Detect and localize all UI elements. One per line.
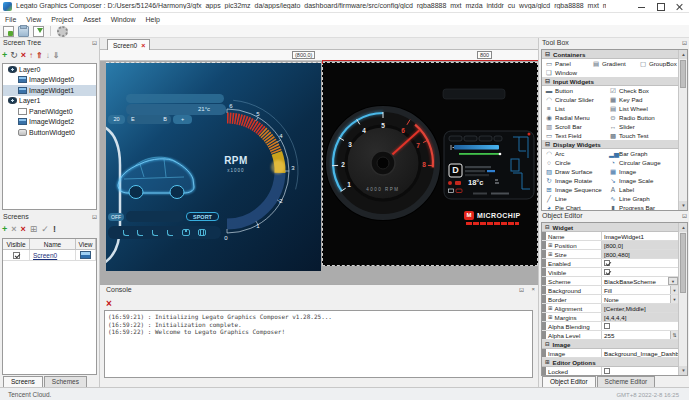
expand-icon[interactable]: ⊞: [548, 314, 553, 320]
scroll-down-icon[interactable]: ▼: [679, 201, 688, 210]
delete-screen-icon[interactable]: ×: [21, 224, 26, 234]
checkbox[interactable]: [604, 368, 610, 374]
dropdown-icon[interactable]: ▼: [670, 286, 678, 294]
add-screen-icon[interactable]: +: [2, 224, 7, 234]
property-section-editor-options[interactable]: ⊞Editor Options: [542, 358, 678, 367]
move-to-top-icon[interactable]: ⇑: [36, 51, 43, 60]
property-value-alpha-level[interactable]: 255⇅: [602, 331, 678, 339]
collapse-icon[interactable]: ⊞: [545, 359, 550, 365]
checkbox[interactable]: [604, 260, 610, 266]
toolbox-item-groupbox[interactable]: ▢GroupBox: [636, 59, 678, 68]
visible-cell[interactable]: [3, 250, 30, 261]
move-to-bottom-icon[interactable]: ⇓: [53, 51, 60, 60]
screen0-document-tab[interactable]: Screen0 ×: [107, 39, 150, 50]
property-value-position[interactable]: [800,0]: [602, 241, 678, 249]
toolbox-item-line-graph[interactable]: ∿Line Graph: [606, 194, 678, 203]
toolbox-item-pie-chart[interactable]: ◕Pie Chart: [542, 203, 606, 211]
toolbox-item-slider[interactable]: ↔Slider: [606, 122, 678, 131]
property-section-widget[interactable]: ⊟Widget: [542, 223, 678, 232]
toolbox-item-progress-bar[interactable]: ▮Progress Bar: [606, 203, 678, 211]
property-section-image[interactable]: ⊟Image: [542, 340, 678, 349]
warning-icon[interactable]: !: [53, 224, 56, 234]
delete-widget-icon[interactable]: ×: [21, 51, 26, 60]
screen-view-icon[interactable]: [80, 251, 91, 259]
toolbox-item-gradient[interactable]: ▤Gradient: [589, 59, 636, 68]
scrollbar-thumb[interactable]: [680, 60, 686, 88]
toolbox-item-radial-menu[interactable]: ◉Radial Menu: [542, 113, 606, 122]
tree-item-panelwidget0[interactable]: PanelWidget0: [3, 106, 96, 117]
property-value-margins[interactable]: [4,4,4,4]: [602, 313, 678, 321]
view-cell[interactable]: [76, 250, 96, 261]
tree-item-layer1[interactable]: Layer1: [3, 96, 96, 107]
expand-icon[interactable]: ⊞: [548, 242, 553, 248]
property-value-background[interactable]: Fill▼: [602, 286, 678, 294]
toolbox-item-list-wheel[interactable]: ▤List Wheel: [606, 104, 678, 113]
table-row[interactable]: Screen0: [3, 250, 96, 261]
object-editor-tab-scheme-editor[interactable]: Scheme Editor: [597, 376, 656, 387]
checkbox[interactable]: [604, 323, 610, 329]
object-editor-scrollbar[interactable]: ▲ ▼: [678, 223, 687, 375]
dropdown-icon[interactable]: ▼: [670, 295, 678, 303]
toolbox-section-containers[interactable]: ⊟Containers: [542, 50, 678, 59]
collapse-icon[interactable]: ⊟: [545, 141, 550, 147]
tree-item-imagewidget1[interactable]: ImageWidget1: [3, 85, 96, 96]
dock-pin-icon[interactable]: ⊡: [519, 286, 524, 293]
new-project-icon[interactable]: [3, 26, 14, 37]
property-value-alpha-blending[interactable]: [602, 322, 678, 330]
toolbox-item-check-box[interactable]: ☑Check Box: [606, 86, 678, 95]
menu-file[interactable]: File: [5, 16, 16, 23]
toolbox-item-touch-test[interactable]: ▩Touch Test: [606, 131, 678, 140]
toolbox-item-image-scale[interactable]: ↘Image Scale: [606, 176, 678, 185]
property-value-name[interactable]: ImageWidget1: [602, 232, 678, 240]
scheme-dropdown-button[interactable]: ▼: [668, 277, 678, 285]
toolbox-item-circular-slider[interactable]: ◠Circular Slider: [542, 95, 606, 104]
property-value-image[interactable]: Background_Image_Dashboard: [602, 349, 678, 357]
dock-pin-icon[interactable]: ⊡: [682, 39, 687, 46]
toolbox-item-circular-gauge[interactable]: ◔Circular Gauge: [606, 158, 678, 167]
toolbox-section-input-widgets[interactable]: ⊟Input Widgets: [542, 77, 678, 86]
property-value-locked[interactable]: [602, 367, 678, 375]
object-editor-tab-object-editor[interactable]: Object Editor: [542, 376, 596, 387]
toolbox-item-window[interactable]: ❏Window: [542, 68, 589, 77]
import-icon[interactable]: [33, 26, 44, 37]
toolbox-section-display-widgets[interactable]: ⊟Display Widgets: [542, 140, 678, 149]
checkbox[interactable]: [604, 269, 610, 275]
canvas-widget-imagewidget1[interactable]: 12345678 4000 RPM D 18°c M MICROCHIP: [322, 62, 538, 266]
toolbox-item-label[interactable]: ALabel: [606, 185, 678, 194]
property-value-size[interactable]: [800,480]: [602, 250, 678, 258]
dock-pin-icon[interactable]: ⊡: [92, 39, 97, 46]
property-value-scheme[interactable]: BlackBaseScheme▼: [602, 277, 678, 285]
visible-checkbox[interactable]: [13, 252, 20, 259]
screen-name-link[interactable]: Screen0: [33, 252, 57, 259]
collapse-icon[interactable]: ⊟: [545, 224, 550, 230]
screens-tab-schemes[interactable]: Schemes: [44, 376, 87, 387]
expand-icon[interactable]: ⊞: [548, 251, 553, 257]
property-value-alignment[interactable]: [Center,Middle]: [602, 304, 678, 312]
close-button[interactable]: [670, 0, 689, 13]
scroll-up-icon[interactable]: ▲: [679, 50, 688, 59]
toolbox-item-key-pad[interactable]: ▦Key Pad: [606, 95, 678, 104]
expand-icon[interactable]: ⊞: [548, 305, 553, 311]
menu-asset[interactable]: Asset: [83, 16, 101, 23]
scrollbar-thumb[interactable]: [680, 233, 686, 293]
toolbox-item-text-field[interactable]: ▭Text Field: [542, 131, 606, 140]
menu-window[interactable]: Window: [111, 16, 136, 23]
toolbox-scrollbar[interactable]: ▲ ▼: [678, 50, 687, 210]
maximize-button[interactable]: [651, 0, 670, 13]
collapse-icon[interactable]: ⊟: [545, 341, 550, 347]
toolbox-item-panel[interactable]: ▭Panel: [542, 59, 589, 68]
tree-item-imagewidget2[interactable]: ImageWidget2: [3, 117, 96, 128]
duplicate-screen-icon[interactable]: ⊞: [30, 224, 38, 234]
design-canvas[interactable]: (800,0) 800: [100, 50, 538, 284]
remove-icon[interactable]: ×: [11, 224, 16, 234]
toolbox-item-draw-surface[interactable]: ▨Draw Surface: [542, 167, 606, 176]
toolbox-item-radio-button[interactable]: ⊙Radio Button: [606, 113, 678, 122]
canvas-widget-imagewidget0[interactable]: 21°c 20 E B + RPM x1000 0123456 OFF SPOR…: [106, 62, 321, 271]
toolbox-item-image-sequence[interactable]: ⊞Image Sequence: [542, 185, 606, 194]
open-project-icon[interactable]: [18, 26, 29, 37]
collapse-icon[interactable]: ⊟: [545, 51, 550, 57]
menu-view[interactable]: View: [26, 16, 41, 23]
scroll-up-icon[interactable]: ▲: [679, 223, 688, 232]
add-widget-icon[interactable]: +: [2, 51, 7, 60]
toolbox-item-bar-graph[interactable]: ▂▅Bar Graph: [606, 149, 678, 158]
